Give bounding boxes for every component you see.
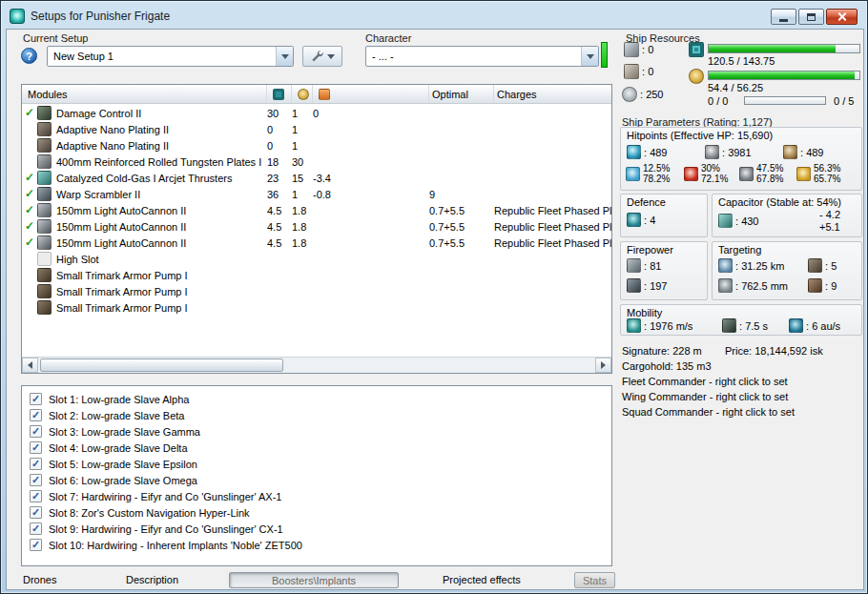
fleet-commander-text[interactable]: Fleet Commander - right click to set: [622, 376, 788, 387]
defence-value: 4: [644, 215, 655, 226]
explosive-resist-icon: [796, 167, 811, 181]
speed-stat: 1976 m/s: [627, 318, 692, 333]
module-row[interactable]: Adaptive Nano Plating II01: [22, 121, 611, 137]
implant-row[interactable]: ✓Slot 9: Hardwiring - Eifyr and Co 'Guns…: [22, 521, 611, 537]
implant-checkbox[interactable]: ✓: [30, 425, 42, 438]
modules-column-header[interactable]: Modules: [22, 85, 267, 103]
targeting-range-icon: [718, 258, 733, 273]
capacitor-icon: [718, 214, 733, 228]
module-cpu-value: 0: [267, 124, 292, 135]
help-button[interactable]: ?: [21, 48, 37, 64]
module-icon: [37, 203, 52, 217]
launcher-icon: [624, 64, 639, 79]
horizontal-scrollbar[interactable]: [22, 357, 611, 373]
implant-checkbox[interactable]: ✓: [30, 490, 42, 502]
module-cpu-value: 0: [267, 140, 292, 152]
setup-select[interactable]: New Setup 1: [47, 46, 294, 67]
wing-commander-text[interactable]: Wing Commander - right click to set: [622, 391, 788, 402]
tab-projected-effects[interactable]: Projected effects: [443, 572, 521, 585]
scrollbar-track[interactable]: [38, 358, 595, 373]
kinetic-resist-icon: [739, 167, 754, 181]
launcher-hardpoints: 0: [624, 64, 653, 79]
capacitor-recharge-value: +5.1: [819, 221, 840, 233]
module-row[interactable]: 400mm Reinforced Rolled Tungsten Plates …: [22, 154, 611, 170]
cpu-icon: [689, 42, 704, 57]
chevron-down-icon[interactable]: [581, 47, 598, 66]
module-row[interactable]: ✓Damage Control II3010: [22, 105, 611, 121]
implant-row[interactable]: ✓Slot 5: Low-grade Slave Epsilon: [22, 456, 611, 472]
module-row[interactable]: Small Trimark Armor Pump I: [22, 283, 611, 299]
implant-checkbox[interactable]: ✓: [30, 522, 42, 535]
implant-checkbox[interactable]: ✓: [30, 506, 42, 519]
shield-resist-value: 12.5%: [643, 163, 670, 174]
module-row[interactable]: ✓150mm Light AutoCannon II4.51.80.7+5.5R…: [22, 218, 611, 235]
close-button[interactable]: [826, 9, 858, 25]
implant-row[interactable]: ✓Slot 2: Low-grade Slave Beta: [22, 407, 611, 423]
capacitor-value: 430: [735, 215, 758, 227]
sensor-strength-stat: 9: [808, 278, 837, 293]
squad-commander-text[interactable]: Squad Commander - right click to set: [622, 406, 795, 418]
module-icon: [37, 300, 52, 315]
setup-tools-button[interactable]: [302, 46, 342, 67]
maximize-button[interactable]: [798, 9, 824, 25]
implant-row[interactable]: ✓Slot 7: Hardwiring - Eifyr and Co 'Guns…: [22, 488, 611, 504]
scroll-left-button[interactable]: [22, 358, 38, 373]
implant-row[interactable]: ✓Slot 4: Low-grade Slave Delta: [22, 440, 611, 456]
shield-resist-value: 47.5%: [756, 163, 783, 174]
cargohold-text: Cargohold: 135 m3: [622, 360, 712, 372]
charges-column-header[interactable]: Charges: [494, 85, 611, 103]
align-time-value: 7.5 s: [739, 320, 768, 332]
minimize-button[interactable]: [771, 9, 796, 25]
character-select[interactable]: - ... -: [365, 46, 599, 67]
volley-icon: [627, 278, 641, 293]
cpu-column-header[interactable]: [267, 85, 292, 103]
module-row[interactable]: ✓Catalyzed Cold-Gas I Arcjet Thrusters23…: [22, 170, 611, 186]
defence-stat: 4: [627, 213, 655, 227]
tab-stats[interactable]: Stats: [574, 572, 615, 588]
kinetic-resist-values: 47.5%67.8%: [756, 163, 783, 184]
fitted-check-icon: ✓: [22, 187, 37, 201]
implant-checkbox[interactable]: ✓: [30, 474, 42, 486]
titlebar[interactable]: Setups for Punisher Frigate: [4, 4, 864, 28]
implant-checkbox[interactable]: ✓: [30, 458, 42, 470]
module-optimal-value: 0.7+5.5: [429, 205, 494, 216]
implant-row[interactable]: ✓Slot 1: Low-grade Slave Alpha: [22, 391, 611, 407]
module-cpu-value: 30: [267, 108, 292, 119]
module-row[interactable]: Small Trimark Armor Pump I: [22, 299, 611, 316]
implant-checkbox[interactable]: ✓: [30, 441, 42, 454]
tab-boosters-implants[interactable]: Boosters\Implants: [229, 572, 399, 588]
scrollbar-thumb[interactable]: [40, 358, 283, 372]
module-row[interactable]: ✓150mm Light AutoCannon II4.51.80.7+5.5R…: [22, 202, 611, 218]
explosive-resist-group: 56.3%65.7%: [796, 163, 840, 184]
powergrid-column-header[interactable]: [292, 85, 313, 103]
implant-row[interactable]: ✓Slot 3: Low-grade Slave Gamma: [22, 423, 611, 440]
scroll-right-button[interactable]: [595, 358, 611, 373]
module-icon: [37, 171, 52, 185]
tab-description[interactable]: Description: [126, 572, 178, 585]
chevron-down-icon[interactable]: [276, 47, 293, 66]
modules-table-header[interactable]: Modules Optimal Charges: [22, 85, 611, 104]
module-row[interactable]: High Slot: [22, 251, 611, 267]
optimal-column-header[interactable]: Optimal: [429, 85, 494, 103]
implant-row[interactable]: ✓Slot 8: Zor's Custom Navigation Hyper-L…: [22, 504, 611, 521]
module-icon: [37, 138, 52, 153]
calibration: 250: [622, 87, 663, 102]
module-row[interactable]: ✓Warp Scrambler II361-0.89: [22, 186, 611, 202]
defence-box: Defence 4: [620, 194, 708, 237]
module-cap-value: 0: [313, 108, 429, 119]
window-title: Setups for Punisher Frigate: [31, 10, 170, 23]
implants-list: ✓Slot 1: Low-grade Slave Alpha✓Slot 2: L…: [21, 385, 612, 566]
implant-row[interactable]: ✓Slot 10: Hardwiring - Inherent Implants…: [22, 537, 611, 553]
tab-drones[interactable]: Drones: [23, 572, 56, 585]
max-targets-icon: [808, 258, 822, 273]
implant-checkbox[interactable]: ✓: [30, 393, 42, 405]
module-row[interactable]: Adaptive Nano Plating II01: [22, 137, 611, 154]
module-row[interactable]: Small Trimark Armor Pump I: [22, 267, 611, 283]
capacitor-column-header[interactable]: [313, 85, 429, 103]
implant-row[interactable]: ✓Slot 6: Low-grade Slave Omega: [22, 472, 611, 488]
module-row[interactable]: ✓150mm Light AutoCannon II4.51.80.7+5.5R…: [22, 235, 611, 251]
implant-checkbox[interactable]: ✓: [30, 539, 42, 551]
implant-checkbox[interactable]: ✓: [30, 409, 42, 421]
module-icon: [37, 122, 52, 136]
module-powergrid-value: 1.8: [292, 237, 313, 249]
